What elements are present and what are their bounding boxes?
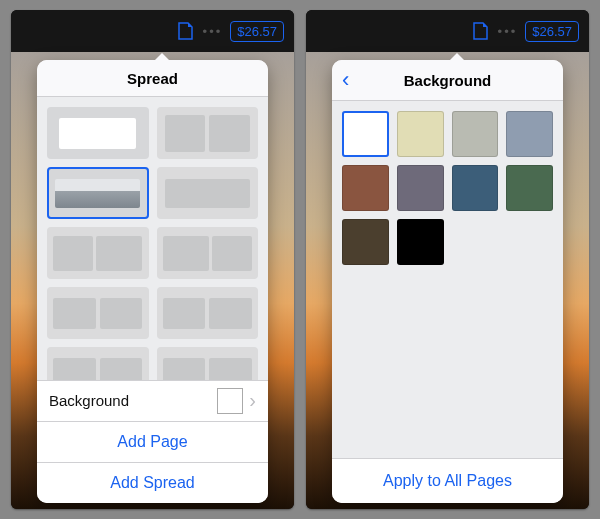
layout-option-10[interactable] [157, 347, 259, 379]
layout-option-2[interactable] [157, 107, 259, 159]
color-swatch-2[interactable] [397, 111, 444, 157]
color-swatch-3[interactable] [452, 111, 499, 157]
add-page-button[interactable]: Add Page [37, 421, 268, 462]
popover-title: ‹ Background [332, 60, 563, 101]
color-swatch-10[interactable] [397, 219, 444, 265]
layout-option-9[interactable] [47, 347, 149, 379]
layout-option-1[interactable] [47, 107, 149, 159]
color-swatch-5[interactable] [342, 165, 389, 211]
back-button[interactable]: ‹ [342, 60, 349, 100]
apply-all-pages-button[interactable]: Apply to All Pages [332, 458, 563, 503]
layout-option-6[interactable] [157, 227, 259, 279]
page-icon[interactable] [473, 22, 488, 40]
color-swatch-7[interactable] [452, 165, 499, 211]
background-popover: ‹ Background Apply to All Pages [332, 60, 563, 503]
popover-caret [153, 53, 171, 62]
popover-title-label: Background [404, 72, 492, 89]
layout-option-4[interactable] [157, 167, 259, 219]
spread-popover: Spread [37, 60, 268, 503]
color-swatch-4[interactable] [506, 111, 553, 157]
add-spread-button[interactable]: Add Spread [37, 462, 268, 503]
popover-caret [448, 53, 466, 62]
color-swatch-6[interactable] [397, 165, 444, 211]
swatch-scroll[interactable] [332, 101, 563, 458]
popover-title: Spread [37, 60, 268, 97]
color-swatch-1[interactable] [342, 111, 389, 157]
app-toolbar: ••• $26.57 [306, 10, 589, 53]
color-swatch-8[interactable] [506, 165, 553, 211]
left-phone: ••• $26.57 Spread [11, 10, 294, 509]
more-icon[interactable]: ••• [498, 24, 518, 39]
page-icon[interactable] [178, 22, 193, 40]
right-phone: ••• $26.57 ‹ Background Apply to All Pag… [306, 10, 589, 509]
price-badge[interactable]: $26.57 [525, 21, 579, 42]
price-badge[interactable]: $26.57 [230, 21, 284, 42]
layout-option-8[interactable] [157, 287, 259, 339]
swatch-grid [342, 111, 553, 265]
background-row-label: Background [49, 392, 129, 409]
layout-option-7[interactable] [47, 287, 149, 339]
more-icon[interactable]: ••• [203, 24, 223, 39]
color-swatch-9[interactable] [342, 219, 389, 265]
layout-scroll[interactable] [37, 97, 268, 379]
app-toolbar: ••• $26.57 [11, 10, 294, 53]
background-row[interactable]: Background › [37, 380, 268, 421]
layout-option-5[interactable] [47, 227, 149, 279]
layout-option-3[interactable] [47, 167, 149, 219]
current-background-swatch [217, 388, 243, 414]
chevron-right-icon: › [249, 389, 256, 412]
layout-grid [47, 107, 258, 379]
